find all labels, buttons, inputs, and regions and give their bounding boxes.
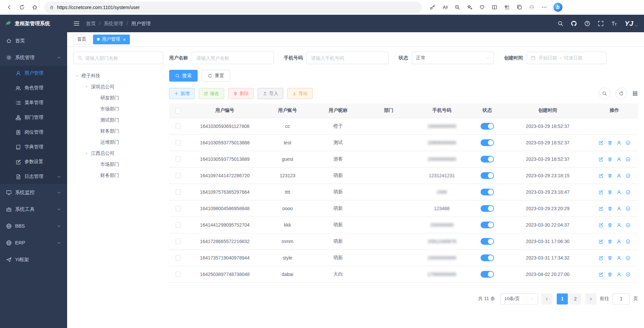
- status-toggle[interactable]: [481, 189, 494, 195]
- edit-icon[interactable]: [598, 190, 603, 195]
- user-detail-icon[interactable]: [616, 255, 622, 261]
- sidebar-item-yi[interactable]: Yi框架: [0, 251, 67, 268]
- assign-role-icon[interactable]: [626, 206, 631, 211]
- username-input[interactable]: [192, 52, 274, 64]
- delete-icon[interactable]: [607, 223, 612, 228]
- row-checkbox[interactable]: [176, 156, 181, 162]
- edit-icon[interactable]: [598, 239, 603, 244]
- status-select[interactable]: 正常: [412, 52, 494, 64]
- home-button[interactable]: [29, 2, 40, 13]
- status-toggle[interactable]: [481, 238, 494, 245]
- row-checkbox[interactable]: [176, 222, 181, 228]
- toggle-search-button[interactable]: [599, 88, 610, 99]
- row-checkbox[interactable]: [176, 206, 181, 211]
- sidebar-item-erp[interactable]: ERP: [0, 234, 67, 251]
- address-bar[interactable]: [44, 2, 422, 13]
- assign-role-icon[interactable]: [626, 272, 631, 277]
- tree-node-测试部门[interactable]: 测试部门: [73, 114, 163, 126]
- assign-role-icon[interactable]: [626, 223, 631, 228]
- delete-icon[interactable]: [607, 255, 612, 261]
- split-screen-icon[interactable]: [489, 2, 500, 13]
- password-key-icon[interactable]: [427, 2, 438, 13]
- user-detail-icon[interactable]: [616, 206, 622, 211]
- select-all-checkbox[interactable]: [176, 108, 181, 113]
- sidebar-item-user[interactable]: 用户管理: [0, 66, 67, 81]
- tree-node-江西总公司[interactable]: 江西总公司: [73, 148, 163, 159]
- more-menu-icon[interactable]: [538, 2, 550, 13]
- edit-icon[interactable]: [598, 206, 603, 211]
- date-range-picker[interactable]: 开始日期 - 结束日期: [527, 52, 606, 64]
- tree-node-市场部门[interactable]: 市场部门: [73, 159, 163, 170]
- sidebar-item-post[interactable]: 岗位管理: [0, 125, 67, 140]
- delete-icon[interactable]: [607, 157, 612, 162]
- font-size-icon[interactable]: [611, 20, 617, 27]
- row-checkbox[interactable]: [176, 255, 181, 261]
- export-button[interactable]: 导出: [287, 88, 313, 99]
- collections-icon[interactable]: [513, 2, 525, 13]
- delete-icon[interactable]: [607, 140, 612, 145]
- sidebar-item-dict[interactable]: 字典管理: [0, 140, 67, 154]
- user-detail-icon[interactable]: [616, 173, 622, 178]
- assign-role-icon[interactable]: [626, 140, 631, 145]
- status-toggle[interactable]: [481, 156, 494, 162]
- edit-icon[interactable]: [598, 223, 603, 228]
- tab-首页[interactable]: 首页: [73, 35, 90, 44]
- assign-role-icon[interactable]: [626, 173, 631, 178]
- page-button-2[interactable]: 2: [570, 293, 581, 304]
- status-toggle[interactable]: [481, 123, 494, 130]
- url-input[interactable]: [57, 5, 417, 10]
- user-detail-icon[interactable]: [616, 272, 622, 277]
- phone-input[interactable]: [306, 52, 389, 64]
- tree-node-研发部门[interactable]: 研发部门: [73, 92, 163, 103]
- goto-page-input[interactable]: [612, 293, 630, 304]
- tree-node-市场部门[interactable]: 市场部门: [73, 103, 163, 114]
- breadcrumb-item[interactable]: 用户管理: [131, 20, 151, 27]
- prev-page-button[interactable]: [541, 293, 552, 304]
- sidebar-item-system[interactable]: 系统管理: [0, 49, 67, 66]
- delete-icon[interactable]: [607, 173, 612, 178]
- assign-role-icon[interactable]: [626, 190, 631, 195]
- help-icon[interactable]: [584, 20, 590, 27]
- sidebar-item-dept[interactable]: 部门管理: [0, 110, 67, 125]
- sidebar-item-bbs[interactable]: BBS: [0, 218, 67, 234]
- user-detail-icon[interactable]: [616, 157, 622, 162]
- sidebar-item-role[interactable]: 角色管理: [0, 81, 67, 95]
- sidebar-item-home[interactable]: 首页: [0, 32, 67, 49]
- status-toggle[interactable]: [481, 271, 494, 278]
- delete-button[interactable]: 删除: [228, 88, 254, 99]
- browser-essentials-icon[interactable]: [476, 2, 488, 13]
- add-favorite-icon[interactable]: [464, 2, 475, 13]
- delete-icon[interactable]: [607, 239, 612, 244]
- status-toggle[interactable]: [481, 172, 494, 179]
- edit-icon[interactable]: [598, 157, 603, 162]
- back-button[interactable]: [3, 2, 15, 13]
- end-date-placeholder[interactable]: 结束日期: [564, 55, 583, 61]
- assign-role-icon[interactable]: [626, 255, 631, 261]
- status-toggle[interactable]: [481, 139, 494, 146]
- tree-node-财务部门[interactable]: 财务部门: [73, 126, 163, 137]
- user-detail-icon[interactable]: [616, 223, 622, 228]
- row-checkbox[interactable]: [176, 189, 181, 195]
- start-date-placeholder[interactable]: 开始日期: [539, 55, 557, 61]
- favorites-icon[interactable]: [501, 2, 512, 13]
- sidebar-item-tools[interactable]: 系统工具: [0, 201, 67, 218]
- import-button[interactable]: 导入: [258, 88, 283, 99]
- delete-icon[interactable]: [607, 272, 612, 277]
- close-tab-icon[interactable]: ×: [123, 37, 126, 42]
- zoom-icon[interactable]: [451, 2, 463, 13]
- edit-button[interactable]: 修改: [199, 88, 224, 99]
- edit-icon[interactable]: [598, 272, 603, 277]
- status-toggle[interactable]: [481, 254, 494, 261]
- add-button[interactable]: 新增: [169, 88, 195, 99]
- column-settings-button[interactable]: [632, 91, 638, 96]
- delete-icon[interactable]: [607, 206, 612, 211]
- tree-node-深圳总公司[interactable]: 深圳总公司: [73, 81, 163, 92]
- status-toggle[interactable]: [481, 222, 494, 228]
- tree-node-橙子科技[interactable]: 橙子科技: [73, 70, 163, 81]
- user-detail-icon[interactable]: [616, 239, 622, 244]
- edit-icon[interactable]: [598, 173, 603, 178]
- row-checkbox[interactable]: [176, 239, 181, 244]
- page-button-1[interactable]: 1: [557, 293, 568, 304]
- sidebar-item-menu[interactable]: 菜单管理: [0, 95, 67, 110]
- status-toggle[interactable]: [481, 205, 494, 212]
